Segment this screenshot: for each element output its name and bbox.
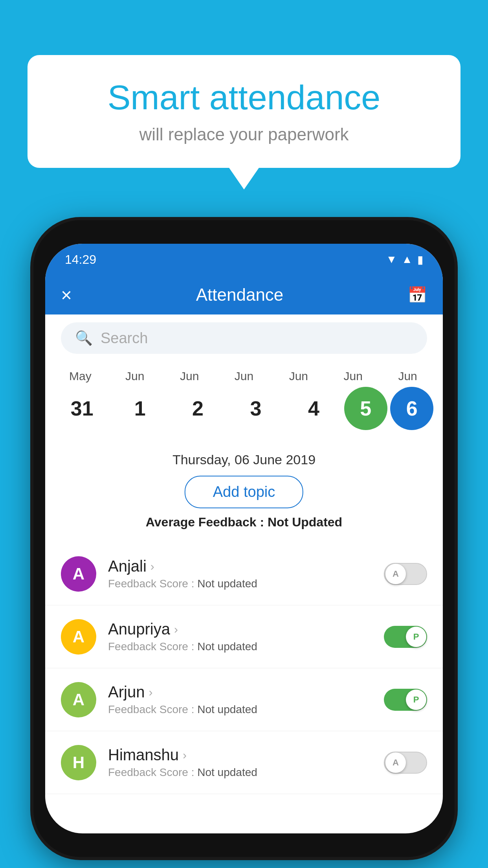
calendar-strip: May Jun Jun Jun Jun Jun Jun 31 1 2 3 4 5… [45, 362, 443, 434]
feedback-score: Feedback Score : Not updated [108, 766, 384, 779]
toggle-knob: P [406, 627, 426, 647]
toggle-knob: A [385, 564, 406, 584]
app-title: Attendance [72, 285, 407, 305]
avg-feedback-label: Average Feedback : [146, 515, 268, 529]
student-name[interactable]: Himanshu › [108, 746, 384, 764]
cal-day-5-today[interactable]: 5 [344, 387, 387, 430]
attendance-toggle[interactable]: A [384, 752, 427, 774]
status-bar: 14:29 ▼ ▲ ▮ [45, 244, 443, 275]
feedback-score: Feedback Score : Not updated [108, 703, 384, 716]
battery-icon: ▮ [417, 253, 423, 266]
student-name[interactable]: Anjali › [108, 557, 384, 575]
cal-month-0: May [53, 370, 108, 383]
attendance-toggle[interactable]: A [384, 563, 427, 585]
student-list: A Anjali › Feedback Score : Not updated … [45, 542, 443, 833]
toggle-container[interactable]: A [384, 563, 427, 585]
toggle-knob: P [406, 690, 426, 710]
average-feedback: Average Feedback : Not Updated [45, 515, 443, 530]
attendance-toggle[interactable]: P [384, 689, 427, 711]
wifi-icon: ▼ [386, 253, 397, 266]
chevron-right-icon: › [183, 748, 187, 762]
signal-icon: ▲ [402, 253, 413, 266]
search-input[interactable]: Search [101, 330, 148, 347]
toggle-container[interactable]: P [384, 626, 427, 648]
bubble-subtitle: will replace your paperwork [59, 125, 429, 144]
cal-day-4[interactable]: 4 [286, 389, 341, 428]
close-button[interactable]: × [61, 284, 72, 306]
toggle-container[interactable]: A [384, 752, 427, 774]
add-topic-button[interactable]: Add topic [185, 476, 303, 508]
student-name[interactable]: Anupriya › [108, 620, 384, 638]
list-item: A Anupriya › Feedback Score : Not update… [45, 605, 443, 668]
cal-month-3: Jun [217, 370, 272, 383]
feedback-score: Feedback Score : Not updated [108, 640, 384, 653]
student-name[interactable]: Arjun › [108, 683, 384, 701]
avg-feedback-value: Not Updated [268, 515, 342, 529]
toggle-container[interactable]: P [384, 689, 427, 711]
avatar: H [61, 745, 96, 780]
student-info: Himanshu › Feedback Score : Not updated [108, 746, 384, 779]
feedback-score: Feedback Score : Not updated [108, 577, 384, 590]
chevron-right-icon: › [149, 686, 152, 699]
cal-day-31[interactable]: 31 [55, 389, 110, 428]
avatar: A [61, 556, 96, 592]
calendar-icon[interactable]: 📅 [407, 286, 427, 304]
toggle-knob: A [385, 752, 406, 773]
search-icon: 🔍 [75, 330, 93, 346]
chevron-right-icon: › [150, 560, 154, 573]
list-item: A Anjali › Feedback Score : Not updated … [45, 542, 443, 605]
calendar-months-row: May Jun Jun Jun Jun Jun Jun [53, 370, 435, 383]
cal-day-3[interactable]: 3 [228, 389, 283, 428]
cal-day-1[interactable]: 1 [112, 389, 167, 428]
student-info: Arjun › Feedback Score : Not updated [108, 683, 384, 716]
cal-month-6: Jun [380, 370, 435, 383]
attendance-toggle[interactable]: P [384, 626, 427, 648]
status-icons: ▼ ▲ ▮ [386, 253, 423, 266]
status-time: 14:29 [65, 252, 96, 267]
bubble-title: Smart attendance [59, 79, 429, 117]
cal-month-5: Jun [326, 370, 380, 383]
phone-frame: 14:29 ▼ ▲ ▮ × Attendance 📅 🔍 Search May … [33, 220, 455, 857]
search-bar[interactable]: 🔍 Search [61, 322, 427, 354]
selected-date-label: Thursday, 06 June 2019 [45, 452, 443, 467]
cal-month-2: Jun [162, 370, 217, 383]
calendar-days-row: 31 1 2 3 4 5 6 [53, 387, 435, 430]
speech-bubble: Smart attendance will replace your paper… [28, 55, 460, 168]
cal-day-2[interactable]: 2 [171, 389, 226, 428]
cal-day-6-selected[interactable]: 6 [390, 387, 433, 430]
chevron-right-icon: › [174, 623, 178, 636]
student-info: Anupriya › Feedback Score : Not updated [108, 620, 384, 653]
phone-notch [209, 220, 279, 242]
student-info: Anjali › Feedback Score : Not updated [108, 557, 384, 590]
phone-screen: 14:29 ▼ ▲ ▮ × Attendance 📅 🔍 Search May … [45, 244, 443, 833]
avatar: A [61, 682, 96, 717]
cal-month-4: Jun [271, 370, 326, 383]
avatar: A [61, 619, 96, 655]
app-bar: × Attendance 📅 [45, 275, 443, 314]
cal-month-1: Jun [108, 370, 162, 383]
list-item: A Arjun › Feedback Score : Not updated P [45, 668, 443, 731]
list-item: H Himanshu › Feedback Score : Not update… [45, 731, 443, 794]
